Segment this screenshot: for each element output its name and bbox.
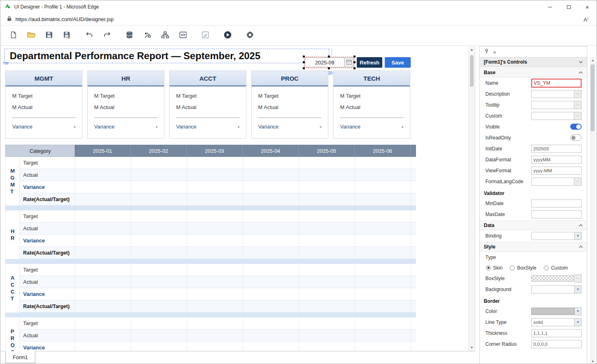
linetype-select[interactable]: [531, 318, 575, 326]
open-button[interactable]: [26, 30, 37, 41]
radio-skin-label: Skin: [493, 265, 502, 271]
scrollbar-thumb[interactable]: [591, 64, 595, 131]
pin-icon[interactable]: [484, 48, 489, 56]
undo-button[interactable]: [84, 30, 95, 41]
row-label-rate: Rate(Actual/Target): [20, 304, 75, 309]
dept-card-mgmt[interactable]: MGMT M TargetM ActualVariance-: [5, 71, 82, 139]
name-input[interactable]: [531, 79, 582, 88]
description-input[interactable]: [531, 90, 574, 98]
run-button[interactable]: [222, 30, 233, 41]
read-aloud-icon[interactable]: A⁾: [584, 16, 590, 23]
date-input[interactable]: [305, 58, 345, 67]
border-color-swatch[interactable]: [531, 308, 575, 315]
row-label-rate: Rate(Actual/Target): [20, 250, 75, 256]
sitemap-button[interactable]: [159, 30, 170, 41]
report-table[interactable]: Category 2025-01 2025-02 2025-03 2025-04…: [5, 145, 416, 351]
section-style[interactable]: Style: [480, 242, 587, 252]
scrollbar-thumb[interactable]: [470, 55, 474, 87]
initdate-input[interactable]: [531, 145, 582, 153]
card-variance-value: -: [74, 124, 75, 130]
resize-handle[interactable]: [328, 67, 330, 69]
canvas-save-button[interactable]: Save: [385, 57, 411, 68]
redo-button[interactable]: [101, 30, 112, 41]
dept-card-acct[interactable]: ACCT M TargetM ActualVariance-: [169, 71, 246, 139]
resize-handle[interactable]: [303, 56, 305, 58]
designer-canvas[interactable]: Departmental Performance Report — Septem…: [0, 46, 468, 351]
radio-boxstyle[interactable]: [510, 266, 515, 270]
dropdown-arrow-icon[interactable]: ▾: [575, 232, 582, 240]
close-button[interactable]: ×: [578, 0, 597, 13]
chevron-up-icon: [579, 246, 583, 248]
edit-button[interactable]: [200, 30, 211, 41]
lock-icon[interactable]: [7, 16, 12, 23]
month-column-header-partial: [411, 145, 416, 157]
row-label-target: Target: [20, 267, 75, 273]
background-select[interactable]: [531, 285, 575, 293]
resize-handle[interactable]: [303, 61, 305, 63]
scroll-up-arrow-icon[interactable]: ▲: [590, 57, 596, 63]
boxstyle-swatch[interactable]: [531, 275, 574, 282]
dept-card-tech[interactable]: TECH M TargetM ActualVariance-: [333, 71, 410, 139]
resize-handle[interactable]: [353, 56, 356, 58]
radio-boxstyle-label: BoxStyle: [517, 265, 536, 271]
maxdate-input[interactable]: [531, 210, 582, 218]
ellipsis-button[interactable]: ···: [574, 90, 582, 98]
code-view-button[interactable]: [177, 30, 188, 41]
radio-custom[interactable]: [544, 266, 549, 270]
scroll-down-arrow-icon[interactable]: ▼: [590, 358, 596, 364]
corner-radius-input[interactable]: [531, 340, 582, 348]
card-actual-label: M Actual: [258, 104, 321, 110]
dropdown-arrow-icon[interactable]: ▾: [575, 307, 582, 315]
tab-form1[interactable]: Form1: [5, 351, 35, 363]
thickness-input[interactable]: [531, 329, 582, 337]
maximize-button[interactable]: [559, 0, 578, 13]
section-base[interactable]: Base: [480, 68, 587, 77]
dept-card-proc[interactable]: PROC M TargetM ActualVariance-: [251, 71, 328, 139]
collapse-panel-icon[interactable]: »: [493, 49, 496, 55]
radio-skin[interactable]: [486, 266, 491, 270]
ellipsis-button[interactable]: ···: [574, 112, 582, 120]
visible-toggle[interactable]: [570, 124, 582, 130]
canvas-scrollbar[interactable]: ▲ ▼: [468, 46, 475, 351]
formatlangcode-input[interactable]: [531, 178, 574, 186]
controls-header[interactable]: [Form1]'s Controls: [480, 57, 587, 67]
run-icon: [223, 30, 232, 41]
isreadonly-toggle[interactable]: [570, 135, 582, 141]
card-target-label: M Target: [340, 93, 403, 99]
database-button[interactable]: [124, 30, 135, 41]
resize-handle[interactable]: [303, 67, 305, 69]
scroll-down-arrow-icon[interactable]: ▼: [469, 344, 475, 351]
dropdown-arrow-icon[interactable]: ▾: [575, 285, 582, 293]
minimize-button[interactable]: [541, 0, 559, 13]
custom-input[interactable]: [531, 112, 574, 120]
resize-handle[interactable]: [328, 56, 330, 58]
resize-handle[interactable]: [353, 61, 356, 63]
section-data[interactable]: Data: [480, 221, 587, 230]
ellipsis-button[interactable]: ···: [574, 274, 582, 283]
save-file-button[interactable]: [43, 30, 54, 41]
panel-scrollbar[interactable]: ▲ ▼: [590, 57, 596, 364]
ellipsis-button[interactable]: ···: [574, 178, 582, 186]
mindate-input[interactable]: [531, 199, 582, 208]
calendar-button[interactable]: [345, 58, 353, 67]
dept-card-hr[interactable]: HR M TargetM ActualVariance-: [87, 71, 164, 139]
settings-button[interactable]: [244, 30, 255, 41]
title-label-selection[interactable]: Departmental Performance Report — Septem…: [4, 49, 329, 63]
prop-label: InitDate: [485, 146, 531, 152]
month-column-header: 2025-06: [355, 145, 411, 157]
resize-handle[interactable]: [353, 67, 356, 69]
save-all-button[interactable]: [61, 30, 72, 41]
binding-select[interactable]: [531, 232, 575, 240]
tooltip-input[interactable]: [531, 101, 574, 109]
viewformat-input[interactable]: [531, 167, 582, 175]
tools-button[interactable]: [142, 30, 153, 41]
dataformat-input[interactable]: [531, 156, 582, 164]
date-control-selection[interactable]: [304, 57, 354, 68]
scroll-up-arrow-icon[interactable]: ▲: [469, 46, 475, 53]
row-label-variance: Variance: [20, 345, 75, 351]
ellipsis-button[interactable]: ···: [574, 101, 582, 109]
url-text[interactable]: https://aud.bimatrix.com/AUD/designer.js…: [15, 16, 580, 22]
dropdown-arrow-icon[interactable]: ▾: [575, 318, 582, 326]
new-document-button[interactable]: [8, 30, 19, 41]
refresh-button[interactable]: Refresh: [357, 57, 382, 68]
